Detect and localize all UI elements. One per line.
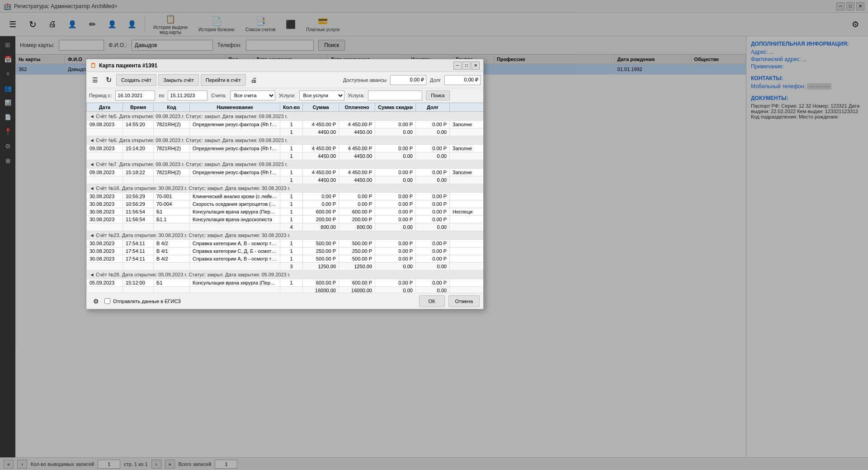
accounts-select[interactable]: Все счета xyxy=(230,90,275,100)
service-input[interactable] xyxy=(368,90,422,100)
cell-time: 14:55:20 xyxy=(123,121,154,128)
close-bill-button[interactable]: Закрыть счёт xyxy=(158,74,199,86)
table-row[interactable]: 30.08.202317:54:11В 4/1 Справка категори… xyxy=(87,247,484,255)
services-label: Услуги: xyxy=(279,93,296,98)
modal-table-header-container: Дата Время Код Наименование Кол-во Сумма… xyxy=(86,103,483,112)
avans-label: Доступные авансы xyxy=(343,77,387,83)
modal-print-button[interactable]: 🖨 xyxy=(248,74,259,86)
modal-title: 🗒 Карта пациента #1391 xyxy=(90,62,157,69)
cell-date: 30.08.2023 xyxy=(87,193,123,200)
mth-extra[interactable] xyxy=(450,103,484,112)
cell-discount: 0.00 Р xyxy=(375,169,416,176)
subtotal-sum: 4450.00 xyxy=(303,128,339,136)
modal-cancel-button[interactable]: Отмена xyxy=(448,295,480,307)
cell-extra: Заполне xyxy=(450,121,484,128)
table-row[interactable]: 30.08.202311:56:54Б1.1 Консультация врач… xyxy=(87,216,484,223)
modal-minimize-button[interactable]: ─ xyxy=(453,62,462,70)
subtotal-row: 4 800.00800.00 0.000.00 xyxy=(87,223,484,231)
modal-close-button[interactable]: ✕ xyxy=(472,62,480,70)
modal-menu-button[interactable]: ☰ xyxy=(89,74,101,86)
modal-footer-right: ОК Отмена xyxy=(419,295,480,307)
mth-qty[interactable]: Кол-во xyxy=(280,103,303,112)
cell-sum: 4 450.00 Р xyxy=(303,145,339,152)
account-group-16: ◄ Счёт №16. Дата открытия: 30.08.2023 г.… xyxy=(87,184,484,193)
create-bill-button[interactable]: Создать счёт xyxy=(116,74,156,86)
avans-value-input[interactable] xyxy=(390,75,426,85)
cell-discount: 0.00 Р xyxy=(375,145,416,152)
modal-refresh-button[interactable]: ↻ xyxy=(103,74,114,86)
subtotal-qty: 1 xyxy=(280,128,303,136)
cell-date: 09.08.2023 xyxy=(87,169,123,176)
patient-card-modal: 🗒 Карта пациента #1391 ─ □ ✕ ☰ ↻ Создать… xyxy=(86,59,484,309)
table-row[interactable]: 30.08.202310:56:2970-004 Скорость оседан… xyxy=(87,200,484,208)
subtotal-row: 3 1250.001250.00 0.000.00 xyxy=(87,263,484,271)
account-5-header: ◄ Счёт №5. Дата открытия: 09.08.2023 г. … xyxy=(87,112,484,121)
cell-time: 15:18:22 xyxy=(123,169,154,176)
subtotal-debt: 0.00 xyxy=(416,128,450,136)
modal-controls[interactable]: ─ □ ✕ xyxy=(453,62,480,70)
cell-code: 7821RH(2) xyxy=(154,169,190,176)
cell-discount: 0.00 Р xyxy=(375,121,416,128)
modal-footer-settings-button[interactable]: ⚙ xyxy=(90,295,102,307)
account-group-28: ◄ Счёт №28. Дата открытия: 05.09.2023 г.… xyxy=(87,271,484,279)
period-from-label: Период с: xyxy=(89,93,112,98)
period-to-input[interactable] xyxy=(168,90,208,100)
modal-content[interactable]: ◄ Счёт №5. Дата открытия: 09.08.2023 г. … xyxy=(86,112,483,293)
mth-code[interactable]: Код xyxy=(154,103,190,112)
account-group-23: ◄ Счёт №23. Дата открытия: 30.08.2023 г.… xyxy=(87,231,484,240)
subtotal-row: 1 4450.00 4450.00 0.00 0.00 xyxy=(87,176,484,184)
mth-name[interactable]: Наименование xyxy=(190,103,280,112)
period-to-label: по xyxy=(159,93,164,98)
table-row[interactable]: 30.08.202311:56:54Б1 Консультация врача … xyxy=(87,208,484,216)
cell-sum: 4 450.00 Р xyxy=(303,121,339,128)
modal-data-table: ◄ Счёт №5. Дата открытия: 09.08.2023 г. … xyxy=(86,112,483,293)
table-row[interactable]: 09.08.2023 15:14:20 7821RH(2) Определени… xyxy=(87,145,484,152)
modal-maximize-button[interactable]: □ xyxy=(462,62,471,70)
cell-paid: 4 450.00 Р xyxy=(339,121,375,128)
modal-ok-button[interactable]: ОК xyxy=(419,295,445,307)
account-group-7: ◄ Счёт №7. Дата открытия: 09.08.2023 г. … xyxy=(87,160,484,169)
mth-paid[interactable]: Оплачено xyxy=(339,103,375,112)
cell-code: 70-001 xyxy=(154,193,190,200)
table-row[interactable]: 30.08.202317:54:11В 4/2 Справка категори… xyxy=(87,255,484,263)
modal-toolbar: ☰ ↻ Создать счёт Закрыть счёт Перейти в … xyxy=(86,72,483,88)
egisz-checkbox[interactable] xyxy=(104,298,110,304)
period-from-input[interactable] xyxy=(115,90,155,100)
mth-sum[interactable]: Сумма xyxy=(303,103,339,112)
modal-toolbar-right: Доступные авансы Долг xyxy=(343,75,481,85)
cell-time: 15:14:20 xyxy=(123,145,154,152)
mth-discount[interactable]: Сумма скидки xyxy=(375,103,416,112)
cell-code: 7821RH(2) xyxy=(154,145,190,152)
cell-name: Клинический анализ крови (с лейкоцитарно… xyxy=(190,193,280,200)
services-select[interactable]: Все услуги xyxy=(299,90,344,100)
subtotal-time xyxy=(123,128,154,136)
subtotal-row: 1 4450.00 4450.00 0.00 0.00 xyxy=(87,128,484,136)
cell-qty: 1 xyxy=(280,169,303,176)
subtotal-paid: 4450.00 xyxy=(339,128,375,136)
go-to-bill-button[interactable]: Перейти в счёт xyxy=(201,74,246,86)
subtotal-extra xyxy=(450,128,484,136)
modal-filter-row: Период с: по Счета: Все счета Услуги: Вс… xyxy=(86,88,483,103)
modal-overlay: 🗒 Карта пациента #1391 ─ □ ✕ ☰ ↻ Создать… xyxy=(0,0,868,470)
cell-debt: 0.00 Р xyxy=(416,193,450,200)
cell-name: Определение резус-фактора (Rh factor Def… xyxy=(190,169,280,176)
table-row[interactable]: 09.08.2023 14:55:20 7821RH(2) Определени… xyxy=(87,121,484,128)
cell-paid: 4 450.00 Р xyxy=(339,169,375,176)
debt-value-input[interactable] xyxy=(444,75,481,85)
cell-qty: 1 xyxy=(280,121,303,128)
account-7-header: ◄ Счёт №7. Дата открытия: 09.08.2023 г. … xyxy=(87,160,484,169)
table-row[interactable]: 30.08.202317:54:11В 4/2 Справка категори… xyxy=(87,240,484,247)
subtotal-name xyxy=(190,128,280,136)
cell-name: Определение резус-фактора (Rh factor Def… xyxy=(190,121,280,128)
modal-table-header-row: Дата Время Код Наименование Кол-во Сумма… xyxy=(87,103,484,112)
table-row[interactable]: 09.08.2023 15:18:22 7821RH(2) Определени… xyxy=(87,169,484,176)
table-row[interactable]: 30.08.2023 10:56:29 70-001 Клинический а… xyxy=(87,193,484,200)
table-row[interactable]: 05.09.202315:12:00Б1 Консультация врача … xyxy=(87,279,484,287)
subtotal-code xyxy=(154,128,190,136)
modal-search-button[interactable]: Поиск xyxy=(426,90,449,100)
mth-date[interactable]: Дата xyxy=(87,103,123,112)
mth-debt[interactable]: Долг xyxy=(416,103,450,112)
mth-time[interactable]: Время xyxy=(123,103,154,112)
subtotal-row: 1 4450.00 4450.00 0.00 0.00 xyxy=(87,152,484,160)
account-23-header: ◄ Счёт №23. Дата открытия: 30.08.2023 г.… xyxy=(87,231,484,240)
